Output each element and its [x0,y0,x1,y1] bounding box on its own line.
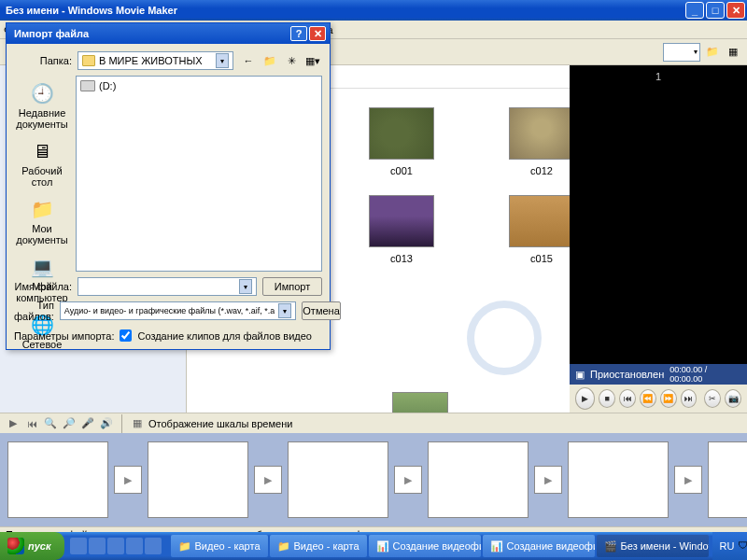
tray-icon[interactable]: 🛡 [738,539,747,553]
minimize-button[interactable]: _ [685,2,704,19]
maximize-button[interactable]: □ [706,2,725,19]
ql-icon[interactable] [107,538,124,554]
windows-logo-icon [7,538,24,554]
drive-item[interactable]: (D:) [80,80,317,91]
toolbar-views-icon[interactable]: ▦ [725,44,741,61]
snapshot-button[interactable]: 📷 [725,389,741,408]
preview-status-bar: ▣ Приостановлен 00:00.00 / 00:00.00 [570,364,747,385]
taskbar-item[interactable]: 📊Создание видеофи... [483,535,595,557]
clip-item[interactable]: c013 [345,195,458,264]
ql-icon[interactable] [70,538,87,554]
forward-button[interactable]: ⏩ [660,389,677,408]
taskbar-item[interactable]: 📁Видео - карта [270,535,367,557]
clip-item[interactable]: c015 [392,392,448,413]
clip-thumbnail [392,392,448,413]
storyboard[interactable]: ▶ ▶ ▶ ▶ ▶ [0,433,747,526]
rewind-button[interactable]: ⏪ [640,389,656,408]
filetype-label: Тип файлов: [14,300,54,322]
film-decoration [448,291,560,403]
play-button[interactable]: ▶ [575,387,595,410]
window-title: Без имени - Windows Movie Maker [6,5,685,16]
dialog-help-button[interactable]: ? [290,26,307,41]
filetype-combo[interactable]: Аудио- и видео- и графические файлы (*.w… [60,301,296,320]
transition-slot[interactable]: ▶ [534,466,562,494]
clip-thumbnail [369,107,434,160]
ql-icon[interactable] [89,538,106,554]
folder-value: В МИРЕ ЖИВОТНЫХ [99,55,203,66]
dialog-title: Импорт файла [14,28,289,39]
back-button[interactable]: ← [239,51,258,70]
storyboard-slot[interactable] [288,441,388,518]
timeline-toggle-label[interactable]: Отображение шкалы времени [148,418,292,429]
filename-label: Имя файла: [14,281,72,292]
transition-slot[interactable]: ▶ [394,466,422,494]
transition-slot[interactable]: ▶ [674,466,702,494]
dialog-titlebar[interactable]: Импорт файла ? ✕ [7,23,330,44]
titlebar: Без имени - Windows Movie Maker _ □ ✕ [0,0,747,21]
clip-label: c001 [390,165,413,176]
drive-icon [80,80,95,91]
tl-mic-icon[interactable]: 🎤 [80,416,95,431]
place-desktop[interactable]: 🖥Рабочий стол [16,139,68,188]
chevron-down-icon[interactable]: ▾ [239,279,252,294]
dialog-close-button[interactable]: ✕ [309,26,326,41]
toolbar-up-icon[interactable]: 📁 [704,44,721,61]
taskbar-item[interactable]: 📁Видео - карта [171,535,268,557]
clip-thumbnail [509,107,570,160]
taskbar: пуск 📁Видео - карта 📁Видео - карта 📊Созд… [0,532,747,560]
language-indicator[interactable]: RU [720,540,735,552]
zoom-in-icon[interactable]: 🔍 [43,416,58,431]
taskbar-item-active[interactable]: 🎬Без имени - Windows... [597,535,709,557]
ql-icon[interactable] [145,538,162,554]
storyboard-slot[interactable] [428,441,529,518]
clip-item[interactable]: c012 [486,107,570,176]
ql-icon[interactable] [126,538,143,554]
transition-slot[interactable]: ▶ [254,466,282,494]
views-button[interactable]: ▦▾ [303,51,322,70]
next-button[interactable]: ⏭ [681,389,698,408]
stop-button[interactable]: ■ [599,389,615,408]
new-folder-button[interactable]: ✳ [282,51,301,70]
split-button[interactable]: ✂ [704,389,721,408]
tl-rewind-icon[interactable]: ⏮ [24,416,39,431]
taskbar-item[interactable]: 📊Создание видеофи... [369,535,481,557]
filename-input[interactable]: ▾ [78,277,257,296]
cancel-button[interactable]: Отмена [302,301,340,320]
create-clips-label: Создание клипов для файлов видео [137,330,312,342]
close-button[interactable]: ✕ [726,2,745,19]
clip-item[interactable]: c001 [345,107,458,176]
drive-label: (D:) [99,80,116,91]
folder-label: Папка: [14,55,72,66]
toolbar-collection-dropdown[interactable] [663,43,700,62]
create-clips-checkbox[interactable] [120,329,132,342]
wmm-icon: ▣ [575,369,585,381]
video-preview: 1 [570,65,747,364]
folder-icon [82,55,95,66]
place-documents[interactable]: 📁Мои документы [16,197,68,245]
start-button[interactable]: пуск [0,532,64,560]
import-options-label: Параметры импорта: [14,330,114,342]
storyboard-slot[interactable] [148,441,248,518]
preview-pane: 1 ▣ Приостановлен 00:00.00 / 00:00.00 ▶ … [570,65,747,413]
zoom-out-icon[interactable]: 🔎 [62,416,77,431]
chevron-down-icon[interactable]: ▾ [278,303,291,318]
import-button[interactable]: Импорт [262,277,322,296]
file-list[interactable]: (D:) [76,76,322,272]
prev-button[interactable]: ⏮ [619,389,636,408]
quick-launch [64,538,167,554]
transition-slot[interactable]: ▶ [114,466,142,494]
storyboard-slot[interactable] [708,441,747,518]
tl-play-icon[interactable]: ▶ [6,416,21,431]
timeline-toggle-icon[interactable]: ▦ [130,416,145,431]
clip-item[interactable]: c015 [486,195,570,264]
storyboard-slot[interactable] [568,441,669,518]
up-folder-button[interactable]: 📁 [261,51,279,70]
clip-label: c015 [530,253,553,264]
place-recent[interactable]: 🕘Недавние документы [16,81,68,130]
folder-combo[interactable]: В МИРЕ ЖИВОТНЫХ ▾ [78,51,233,70]
chevron-down-icon[interactable]: ▾ [216,53,229,68]
storyboard-slot[interactable] [7,441,108,518]
tl-audio-icon[interactable]: 🔊 [99,416,114,431]
clip-thumbnail [369,195,434,247]
playback-controls: ▶ ■ ⏮ ⏪ ⏩ ⏭ ✂ 📷 [570,385,747,413]
